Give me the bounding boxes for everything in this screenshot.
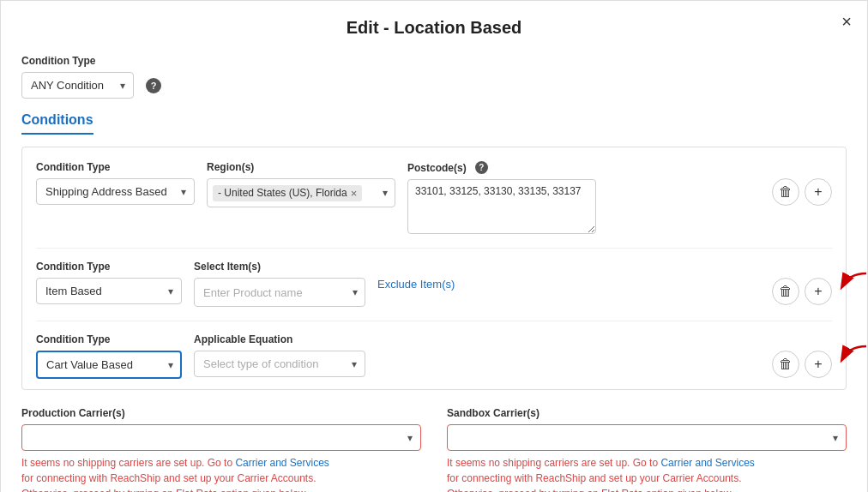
actions-col-1: 🗑 + [772, 178, 832, 206]
condition-row-3: Condition Type Cart Value Based Applicab… [36, 333, 832, 379]
cond-equation-col: Applicable Equation Select type of condi… [194, 333, 365, 377]
condition-type-select[interactable]: ANY Condition ALL Conditions [21, 72, 134, 99]
product-select[interactable]: Enter Product name [194, 278, 365, 307]
cond-type-select-3[interactable]: Cart Value Based [36, 351, 182, 379]
region-tag: - United States (US), Florida × [213, 185, 362, 201]
postcodes-textarea[interactable]: 33101, 33125, 33130, 33135, 33137 [407, 179, 596, 234]
cond-regions-col: Region(s) - United States (US), Florida … [207, 161, 395, 207]
sandbox-carrier-label: Sandbox Carrier(s) [447, 407, 847, 419]
exclude-col: Exclude Item(s) [377, 261, 455, 291]
top-condition-type-row: Condition Type ANY Condition ALL Conditi… [21, 55, 847, 99]
production-carrier-select-wrapper[interactable] [21, 424, 421, 451]
production-carrier-label: Production Carrier(s) [21, 407, 421, 419]
cond-type-select-wrapper-2[interactable]: Item Based [36, 278, 182, 304]
cond-col-type-3: Condition Type Cart Value Based [36, 333, 182, 379]
cond-type-label-3: Condition Type [36, 333, 182, 345]
delete-btn-3[interactable]: 🗑 [772, 351, 799, 378]
product-placeholder: Enter Product name [203, 286, 303, 299]
add-btn-3[interactable]: + [805, 351, 832, 378]
cond-type-select-wrapper-3[interactable]: Cart Value Based [36, 351, 182, 379]
cond-postcodes-col: Postcode(s) ? 33101, 33125, 33130, 33135… [407, 161, 760, 234]
delete-btn-2[interactable]: 🗑 [772, 278, 799, 305]
condition-type-select-wrapper[interactable]: ANY Condition ALL Conditions [21, 72, 134, 99]
close-button[interactable]: × [841, 13, 852, 30]
sandbox-carrier-select[interactable] [447, 424, 847, 451]
exclude-items-link[interactable]: Exclude Item(s) [377, 278, 455, 291]
conditions-title: Conditions [21, 112, 93, 135]
modal-title: Edit - Location Based [21, 18, 847, 38]
cond-type-select-wrapper-1[interactable]: Shipping Address Based [36, 178, 195, 205]
equation-select[interactable]: Select type of condition [194, 351, 365, 377]
arrow-annotation-2 [832, 342, 868, 379]
regions-select[interactable]: - United States (US), Florida × [207, 178, 395, 207]
cond-type-label-1: Condition Type [36, 161, 195, 173]
add-btn-2[interactable]: + [805, 278, 832, 305]
actions-col-3: 🗑 + [772, 351, 832, 378]
cond-col-type-2: Condition Type Item Based [36, 261, 182, 304]
region-tag-text: - United States (US), Florida [218, 187, 347, 199]
carriers-row: Production Carrier(s) It seems no shippi… [21, 407, 847, 492]
region-tag-remove[interactable]: × [351, 187, 358, 200]
delete-btn-1[interactable]: 🗑 [772, 178, 799, 206]
conditions-section: Conditions [21, 112, 847, 147]
arrow-annotation-1 [832, 269, 868, 306]
divider-1 [36, 248, 832, 249]
modal-container: Edit - Location Based × Condition Type A… [0, 0, 868, 492]
sandbox-carrier-col: Sandbox Carrier(s) It seems no shipping … [447, 407, 847, 492]
condition-type-label: Condition Type [21, 55, 847, 67]
help-icon[interactable]: ? [146, 78, 161, 93]
cond-items-col: Select Item(s) Enter Product name [194, 261, 365, 307]
sandbox-carrier-link[interactable]: Carrier and Services [660, 457, 754, 469]
divider-2 [36, 321, 832, 321]
conditions-box: Condition Type Shipping Address Based Re… [21, 147, 847, 390]
actions-col-2: 🗑 + [772, 278, 832, 305]
postcode-help-icon[interactable]: ? [475, 161, 488, 174]
sandbox-carrier-select-wrapper[interactable] [447, 424, 847, 451]
regions-label: Region(s) [207, 161, 395, 173]
cond-col-type-1: Condition Type Shipping Address Based [36, 161, 195, 205]
equation-select-wrapper[interactable]: Select type of condition [194, 351, 365, 377]
cond-type-label-2: Condition Type [36, 261, 182, 273]
applicable-equation-label: Applicable Equation [194, 333, 365, 345]
sandbox-carrier-error: It seems no shipping carriers are set up… [447, 455, 847, 492]
condition-row-1: Condition Type Shipping Address Based Re… [36, 161, 832, 234]
postcodes-label: Postcode(s) ? [407, 161, 760, 174]
cond-type-select-1[interactable]: Shipping Address Based [36, 178, 195, 205]
select-items-label: Select Item(s) [194, 261, 365, 273]
condition-row-2: Condition Type Item Based Select Item(s)… [36, 261, 832, 307]
cond-type-select-2[interactable]: Item Based [36, 278, 182, 304]
production-carrier-error: It seems no shipping carriers are set up… [21, 455, 421, 492]
production-carrier-link[interactable]: Carrier and Services [235, 457, 329, 469]
production-carrier-select[interactable] [21, 424, 421, 451]
production-carrier-col: Production Carrier(s) It seems no shippi… [21, 407, 421, 492]
add-btn-1[interactable]: + [805, 178, 832, 206]
